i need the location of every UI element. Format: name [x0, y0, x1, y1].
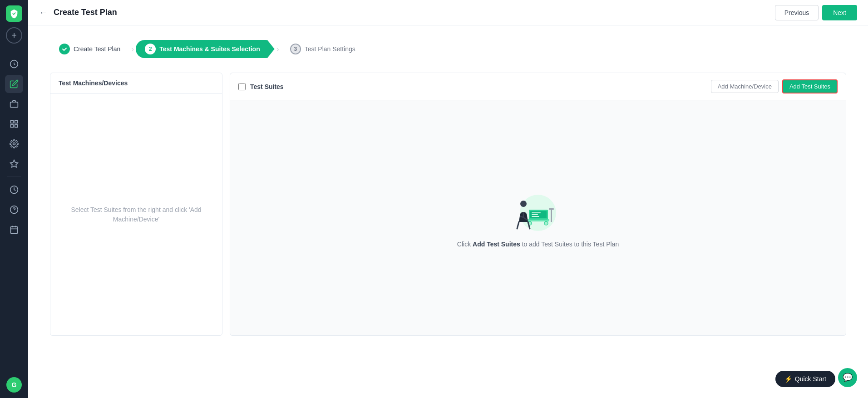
step-separator-2: › [276, 44, 279, 54]
svg-rect-5 [15, 125, 18, 128]
test-machines-empty-text: Select Test Suites from the right and cl… [71, 205, 201, 224]
step-separator-1: › [131, 44, 134, 54]
step-settings-label: Test Plan Settings [305, 45, 355, 53]
sidebar-item-analytics[interactable] [5, 181, 23, 199]
test-suites-empty: Click Add Test Suites to add Test Suites… [457, 188, 619, 248]
page-content: Create Test Plan › 2 Test Machines & Sui… [28, 25, 868, 398]
test-machines-body: Select Test Suites from the right and cl… [50, 93, 222, 335]
sidebar-item-calendar[interactable] [5, 221, 23, 239]
step-machines-circle: 2 [145, 44, 156, 54]
quick-start-icon: ⚡ [784, 375, 792, 383]
svg-rect-3 [15, 121, 18, 123]
svg-rect-21 [532, 212, 541, 213]
test-machines-panel: Test Machines/Devices Select Test Suites… [50, 73, 222, 336]
sidebar-item-dashboard[interactable] [5, 55, 23, 73]
sidebar-item-edit[interactable] [5, 75, 23, 93]
empty-illustration [511, 188, 565, 233]
test-machines-header: Test Machines/Devices [50, 73, 222, 93]
step-machines-label: Test Machines & Suites Selection [159, 45, 260, 53]
svg-marker-7 [10, 160, 18, 167]
svg-rect-4 [11, 125, 14, 128]
app-logo[interactable] [6, 5, 22, 22]
test-suites-title: Test Suites [250, 83, 284, 90]
sidebar: + [0, 0, 28, 398]
test-suites-checkbox[interactable] [238, 83, 246, 90]
back-button[interactable]: ← [39, 7, 48, 18]
page-header: ← Create Test Plan Previous Next [28, 0, 868, 25]
svg-point-24 [520, 201, 527, 207]
svg-rect-26 [549, 208, 554, 210]
svg-point-6 [13, 143, 15, 145]
svg-rect-25 [551, 208, 552, 222]
add-project-button[interactable]: + [6, 27, 22, 44]
main-panels: Test Machines/Devices Select Test Suites… [50, 73, 846, 336]
sidebar-bottom: G [6, 377, 22, 393]
sidebar-item-help[interactable] [5, 201, 23, 219]
svg-rect-11 [11, 226, 18, 233]
header-left: ← Create Test Plan [39, 7, 117, 18]
step-create: Create Test Plan [50, 40, 129, 58]
main-content: ← Create Test Plan Previous Next Create … [28, 0, 868, 398]
test-suites-actions: Add Machine/Device Add Test Suites [711, 79, 838, 93]
header-actions: Previous Next [775, 5, 857, 20]
step-create-label: Create Test Plan [74, 45, 120, 53]
chat-icon: 💬 [843, 373, 853, 383]
test-suites-empty-text: Click Add Test Suites to add Test Suites… [457, 241, 619, 248]
stepper: Create Test Plan › 2 Test Machines & Sui… [50, 40, 846, 58]
sidebar-divider-2 [7, 177, 21, 177]
sidebar-item-briefcase[interactable] [5, 95, 23, 113]
svg-point-18 [544, 221, 548, 225]
step-create-circle [59, 44, 70, 54]
step-machines: 2 Test Machines & Suites Selection [136, 40, 274, 58]
quick-start-label: Quick Start [795, 375, 826, 383]
svg-rect-2 [11, 121, 14, 123]
step-settings-circle: 3 [290, 44, 301, 54]
next-button[interactable]: Next [822, 5, 857, 20]
test-machines-title: Test Machines/Devices [59, 79, 128, 87]
svg-rect-1 [10, 102, 18, 108]
add-machine-device-button[interactable]: Add Machine/Device [711, 80, 779, 93]
svg-rect-22 [532, 214, 538, 215]
test-suites-body: Click Add Test Suites to add Test Suites… [230, 100, 846, 335]
sidebar-item-grid[interactable] [5, 115, 23, 133]
user-avatar[interactable]: G [6, 377, 22, 393]
empty-left-line2: Machine/Device' [113, 216, 159, 223]
svg-rect-23 [532, 216, 539, 217]
chat-button[interactable]: 💬 [838, 368, 857, 387]
empty-left-line1: Select Test Suites from the right and cl… [71, 206, 201, 213]
step-settings: 3 Test Plan Settings [281, 40, 365, 58]
sidebar-divider [7, 51, 21, 51]
add-suites-emphasis: Add Test Suites [473, 241, 520, 248]
page-title: Create Test Plan [54, 8, 117, 17]
add-test-suites-button[interactable]: Add Test Suites [782, 79, 838, 93]
test-suites-header: Test Suites Add Machine/Device Add Test … [230, 73, 846, 100]
sidebar-item-settings[interactable] [5, 135, 23, 153]
previous-button[interactable]: Previous [775, 5, 819, 20]
quick-start-button[interactable]: ⚡ Quick Start [775, 371, 835, 387]
test-suites-panel: Test Suites Add Machine/Device Add Test … [230, 73, 846, 336]
sidebar-item-star[interactable] [5, 155, 23, 173]
